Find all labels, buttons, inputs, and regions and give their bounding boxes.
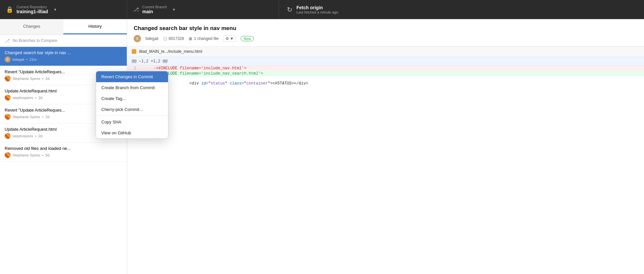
diff-line-removed: 1 -<#INCLUDE filename='include_nav.html'… (127, 66, 644, 71)
lock-icon: 🔒 (6, 6, 13, 13)
commit-dot: • (35, 134, 36, 138)
diff-chunk-header: @@ −1,2 +1,2 @@ (127, 57, 644, 66)
commit-dot: • (42, 115, 44, 119)
avatar (5, 152, 11, 158)
commit-author: Stephanie Spires (13, 115, 40, 119)
fetch-subtitle: Last fetched a minute ago (296, 10, 338, 14)
commit-header-meta: B bdegail ⊙ 6017328 ⊕ 1 changed file ⚙ ▼… (134, 35, 637, 42)
commit-dot: • (35, 96, 36, 100)
branch-name: main (142, 9, 167, 14)
topbar: 🔒 Current Repository training1-illiad ▼ … (0, 0, 644, 19)
commit-time: 21m (29, 57, 36, 61)
commit-time: 2d (38, 96, 42, 100)
diff-line-added: 1 +<#INCLUDE filename='include_nav_searc… (127, 71, 644, 76)
context-menu-create-tag[interactable]: Create Tag… (96, 93, 168, 104)
context-menu-cherry-pick[interactable]: Cherry-pick Commit… (96, 104, 168, 115)
avatar (5, 76, 11, 82)
diff-code: +<#INCLUDE filename='include_nav_search.… (151, 71, 644, 76)
commit-dot: • (42, 77, 44, 81)
context-menu-separator (96, 116, 168, 116)
branch-compare-row: ⎇ No Branches to Compare (0, 35, 127, 47)
commit-time: 5d (46, 153, 50, 157)
commit-author-name: bdegail (146, 36, 158, 41)
old-line-num: 1 (127, 66, 139, 71)
context-menu-view-github[interactable]: View on GitHub (96, 127, 168, 138)
commit-title: Removed old files and loaded ne... (5, 146, 122, 151)
file-name: illiad_MAIN_te.../include_menu.html (139, 49, 202, 54)
branch-icon: ⎇ (133, 6, 139, 13)
sidebar-tabs: Changes History (0, 19, 127, 35)
fetch-section[interactable]: ↻ Fetch origin Last fetched a minute ago (279, 0, 644, 19)
commit-item[interactable]: Changed search bar style in nav ... B bd… (0, 47, 127, 66)
no-branches-label: No Branches to Compare (13, 38, 57, 43)
avatar (5, 95, 11, 101)
diff-area: illiad_MAIN_te.../include_menu.html @@ −… (127, 47, 644, 274)
branch-text: Current Branch main (142, 5, 167, 14)
refresh-icon: ↻ (287, 6, 292, 14)
file-header: illiad_MAIN_te.../include_menu.html (127, 47, 644, 57)
new-line-num (139, 66, 151, 71)
repo-name: training1-illiad (17, 9, 48, 14)
commit-author: Stephanie Spires (13, 77, 40, 81)
commit-time: 2d (46, 115, 50, 119)
tab-changes[interactable]: Changes (0, 19, 63, 34)
avatar: B (5, 56, 11, 62)
branch-section[interactable]: ⎇ Current Branch main ▼ (127, 0, 279, 19)
diff-table: 1 -<#INCLUDE filename='include_nav.html'… (127, 66, 644, 91)
author-avatar: B (134, 35, 141, 42)
diff-code: -<#INCLUDE filename='include_nav.html'> (151, 66, 644, 71)
gear-dropdown-arrow: ▼ (230, 36, 234, 41)
sidebar: Changes History ⎇ No Branches to Compare… (0, 19, 127, 274)
new-badge: New (241, 36, 254, 41)
commit-author: bdegail (13, 57, 24, 61)
commit-dot: • (26, 57, 27, 61)
commit-author: Stephanie Spires (13, 153, 40, 157)
sha-badge: ⊙ 6017328 (163, 36, 184, 42)
branch-label: Current Branch (142, 5, 167, 9)
commit-meta: Stephanie Spires • 5d (5, 152, 122, 158)
fetch-text: Fetch origin Last fetched a minute ago (296, 5, 338, 14)
commit-author: stephnspires (13, 96, 33, 100)
sha-icon: ⊙ (163, 36, 167, 42)
fetch-title: Fetch origin (296, 5, 338, 10)
changed-files-count: 1 changed file (194, 36, 219, 41)
main-layout: Changes History ⎇ No Branches to Compare… (0, 19, 644, 274)
avatar (5, 114, 11, 120)
sha-value: 6017328 (169, 36, 184, 41)
content-area: Changed search bar style in nav menu B b… (127, 19, 644, 274)
repo-text: Current Repository training1-illiad (17, 5, 48, 14)
context-menu-copy-sha[interactable]: Copy SHA (96, 117, 168, 127)
avatar (5, 133, 11, 139)
commit-time: 2d (46, 77, 50, 81)
context-menu: Revert Changes in Commit Create Branch f… (96, 71, 168, 139)
diff-code: <div id="status" class="container"><#STA… (151, 76, 644, 91)
commit-header-title: Changed search bar style in nav menu (134, 25, 637, 32)
commit-header: Changed search bar style in nav menu B b… (127, 19, 644, 47)
repo-section[interactable]: 🔒 Current Repository training1-illiad ▼ (0, 0, 127, 19)
commit-dot: • (42, 153, 44, 157)
changed-files: ⊕ 1 changed file (188, 36, 219, 41)
tab-history[interactable]: History (63, 19, 127, 34)
gear-icon: ⚙ (225, 36, 229, 41)
context-menu-revert[interactable]: Revert Changes in Commit (96, 71, 168, 82)
commit-author: stephnspires (13, 134, 33, 138)
repo-chevron-icon: ▼ (53, 8, 57, 12)
commit-meta: B bdegail • 21m (5, 56, 122, 62)
commit-title: Changed search bar style in nav ... (5, 50, 122, 55)
diff-line-neutral: 2 2 <div id="status" class="container"><… (127, 76, 644, 91)
context-menu-create-branch[interactable]: Create Branch from Commit (96, 82, 168, 93)
commit-time: 2d (38, 134, 42, 138)
commit-item[interactable]: Removed old files and loaded ne... Steph… (0, 143, 127, 162)
branch-compare-icon: ⎇ (5, 38, 10, 43)
repo-label: Current Repository (17, 5, 48, 9)
file-icon (132, 49, 136, 54)
plus-icon: ⊕ (188, 36, 192, 41)
gear-button[interactable]: ⚙ ▼ (223, 35, 236, 42)
branch-chevron-icon: ▼ (172, 8, 176, 12)
